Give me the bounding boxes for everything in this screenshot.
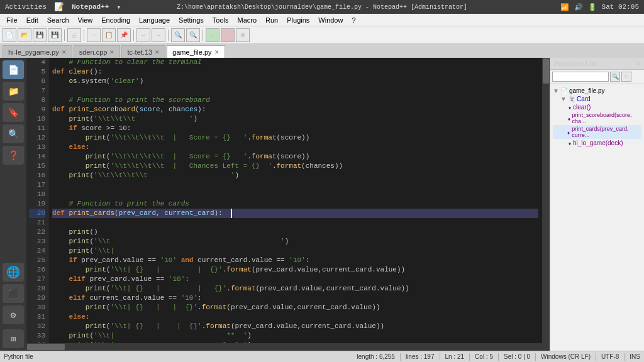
menu-macro[interactable]: Macro — [233, 15, 260, 25]
code-line: print('\\t| — [52, 246, 538, 256]
tree-card-node[interactable]: ▼ 🃏 Card — [553, 95, 641, 103]
code-line: os.system('clear') — [52, 77, 538, 86]
code-line: print('\\t| ** ') — [52, 331, 538, 341]
rec-btn[interactable]: ⏺ — [236, 28, 250, 42]
sep1 — [64, 30, 65, 41]
encoding-label: UTF-8 — [601, 353, 619, 360]
scroll-thumb-horizontal[interactable] — [27, 344, 65, 350]
stop-btn[interactable]: ■ — [221, 28, 235, 42]
menu-encoding[interactable]: Encoding — [97, 15, 134, 25]
code-line: print('\\t ') — [52, 237, 538, 246]
code-line: print() — [52, 228, 538, 237]
menu-file[interactable]: File — [3, 15, 21, 25]
tree-clear-label: clear() — [573, 104, 591, 111]
function-list-header: Function List × — [550, 58, 644, 70]
cut-btn[interactable]: ✂ — [87, 28, 101, 42]
save-all-btn[interactable]: 💾 — [48, 28, 62, 42]
sidebar-apps-icon[interactable]: ⊞ — [3, 329, 24, 348]
function-list-title: Function List — [554, 60, 597, 67]
tab-hile-close[interactable]: ✕ — [62, 49, 67, 55]
tree-clear-fn[interactable]: ⬧ clear() — [553, 103, 641, 111]
activities-label[interactable]: Activities — [5, 3, 47, 11]
menu-edit[interactable]: Edit — [23, 15, 42, 25]
tab-tctet[interactable]: tc-tet.13 ✕ — [121, 45, 165, 58]
code-container: 45678 910111213 1415161718 1920 21222324… — [26, 58, 550, 343]
tree-scoreboard-fn[interactable]: ⬧ print_scoreboard(score, cha... — [553, 111, 641, 125]
vertical-scrollbar[interactable] — [542, 58, 550, 343]
tab-sden[interactable]: sden.cpp ✕ — [74, 45, 121, 58]
sep — [400, 353, 401, 361]
horizontal-scrollbar[interactable] — [26, 343, 550, 351]
menu-plugins[interactable]: Plugins — [283, 15, 313, 25]
code-line: def clear(): — [52, 67, 538, 77]
function-list-search-bar: 🔍 ↻ — [550, 70, 644, 84]
menu-help[interactable]: ? — [348, 15, 359, 25]
sidebar-file-icon[interactable]: 📄 — [3, 60, 24, 79]
scroll-thumb-vertical[interactable] — [543, 58, 549, 84]
tree-printcards-fn[interactable]: ⬧ print_cards(prev_card, curre... — [553, 125, 641, 139]
code-line — [52, 86, 538, 96]
code-area[interactable]: # Function to clear the terminal def cle… — [48, 58, 542, 343]
code-line: print('\\t| {} | | {}'.format(prev_card.… — [52, 303, 538, 312]
code-line — [52, 190, 538, 199]
sep4 — [168, 30, 169, 41]
tree-file-label: game_file.py — [569, 87, 605, 94]
code-line — [52, 180, 538, 190]
fn-icon-clear: ⬧ — [568, 104, 572, 111]
app-name-label[interactable]: Notepad++ — [72, 3, 109, 11]
window-title: Z:\home\aprataksh\Desktop\journaldev\gam… — [177, 4, 467, 11]
code-line: print('\\t| {} | | {}'.format(prev_card.… — [52, 284, 538, 293]
sidebar-gear-icon[interactable]: ⚙ — [3, 305, 24, 324]
menu-window[interactable]: Window — [314, 15, 347, 25]
tab-tctet-close[interactable]: ✕ — [155, 49, 160, 55]
paste-btn[interactable]: 📌 — [117, 28, 131, 42]
menu-run[interactable]: Run — [262, 15, 282, 25]
refresh-icon-btn[interactable]: ↻ — [621, 72, 631, 82]
tab-tctet-label: tc-tet.13 — [127, 48, 152, 56]
menu-language[interactable]: Language — [135, 15, 174, 25]
zoom-in-btn[interactable]: 🔍 — [171, 28, 185, 42]
run-btn[interactable]: ▶ — [206, 28, 219, 42]
sidebar-terminal-icon[interactable]: ⬛ — [3, 284, 24, 303]
function-search-input[interactable] — [552, 72, 609, 82]
undo-btn[interactable]: ↩ — [136, 28, 150, 42]
tab-sden-close[interactable]: ✕ — [109, 49, 114, 55]
search-icon-btn[interactable]: 🔍 — [610, 72, 620, 82]
redo-btn[interactable]: ↪ — [152, 28, 165, 42]
sep5 — [203, 30, 203, 41]
menu-settings[interactable]: Settings — [175, 15, 208, 25]
tree-hilogame-fn[interactable]: ⬧ hi_lo_game(deck) — [553, 139, 641, 147]
line-ending-label: Windows (CR LF) — [541, 353, 591, 360]
sidebar-question-icon[interactable]: ❓ — [3, 146, 24, 165]
sidebar-folder-icon[interactable]: 📁 — [3, 82, 24, 101]
new-btn[interactable]: 📄 — [3, 28, 16, 42]
menu-tools[interactable]: Tools — [209, 15, 233, 25]
sidebar-chrome-icon[interactable]: 🌐 — [3, 263, 24, 282]
tab-gamefile[interactable]: game_file.py ✕ — [167, 45, 225, 58]
ins-label: INS — [630, 353, 640, 360]
sep — [440, 353, 440, 361]
copy-btn[interactable]: 📋 — [102, 28, 116, 42]
sidebar-search-icon[interactable]: 🔍 — [3, 124, 24, 143]
tab-gamefile-close[interactable]: ✕ — [214, 49, 219, 55]
code-line: def print_scoreboard(score, chances): — [52, 105, 538, 114]
function-list-close[interactable]: × — [636, 60, 640, 67]
menu-view[interactable]: View — [74, 15, 97, 25]
code-line: print('\\t\\t\\t ') — [52, 114, 538, 124]
main-content: 📄 📁 🔖 🔍 ❓ 🌐 ⬛ ⚙ ⊞ 45678 910111213 141516… — [0, 58, 644, 351]
length-label: length : 6,255 — [357, 353, 395, 360]
dropdown-icon[interactable]: ▾ — [116, 3, 121, 11]
open-btn[interactable]: 📂 — [18, 28, 31, 42]
sel-label: Sel : 0 | 0 — [504, 353, 530, 360]
sep — [498, 353, 499, 361]
editor-area[interactable]: 45678 910111213 1415161718 1920 21222324… — [26, 58, 550, 351]
tab-hile[interactable]: hi-le_pygame.py ✕ — [3, 45, 72, 58]
menu-search[interactable]: Search — [43, 15, 73, 25]
menu-bar: File Edit Search View Encoding Language … — [0, 14, 644, 26]
function-list-panel: Function List × 🔍 ↻ ▼ 📄 game_file.py ▼ — [550, 58, 644, 351]
save-btn[interactable]: 💾 — [33, 28, 47, 42]
sidebar-bookmark-icon[interactable]: 🔖 — [3, 103, 24, 122]
tree-file-node[interactable]: ▼ 📄 game_file.py — [553, 87, 641, 95]
zoom-out-btn[interactable]: 🔍 — [186, 28, 200, 42]
print-btn[interactable]: 🖨 — [67, 28, 81, 42]
